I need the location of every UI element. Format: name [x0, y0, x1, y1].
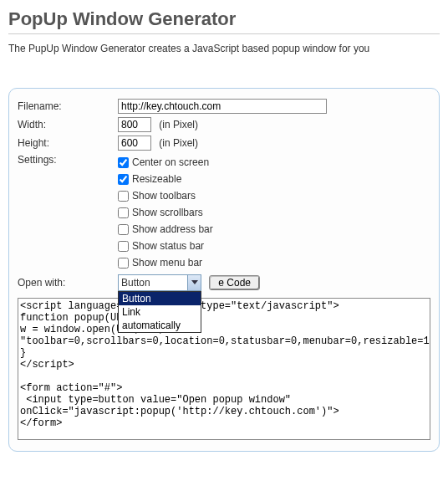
openwith-option-button[interactable]: Button: [119, 292, 201, 305]
checkbox-label: Show scrollbars: [132, 207, 203, 218]
checkbox-show-scrollbars[interactable]: [118, 207, 129, 218]
page-intro: The PupUp Window Generator creates a Jav…: [8, 43, 440, 54]
checkbox-show-address-bar[interactable]: [118, 224, 129, 235]
height-label: Height:: [18, 137, 118, 149]
width-label: Width:: [18, 119, 118, 130]
openwith-selected-text: Button: [121, 277, 150, 289]
checkbox-label: Show status bar: [132, 240, 204, 252]
code-output[interactable]: [18, 298, 430, 440]
openwith-label: Open with:: [18, 277, 118, 289]
checkbox-label: Center on screen: [132, 156, 209, 168]
checkbox-show-menu-bar[interactable]: [118, 258, 129, 269]
svg-marker-0: [191, 280, 198, 284]
checkbox-label: Show toolbars: [132, 190, 196, 202]
checkbox-center-on-screen[interactable]: [118, 157, 129, 168]
chevron-down-icon: [187, 275, 201, 290]
openwith-select[interactable]: Button: [118, 274, 201, 291]
filename-input[interactable]: [118, 99, 327, 114]
openwith-option-automatically[interactable]: automatically: [119, 319, 201, 332]
page-title: PopUp Window Generator: [8, 8, 440, 34]
settings-group: Center on screen Resizeable Show toolbar…: [118, 154, 430, 271]
width-hint: (in Pixel): [159, 119, 198, 130]
checkbox-label: Resizeable: [132, 173, 181, 185]
checkbox-show-toolbars[interactable]: [118, 191, 129, 202]
openwith-dropdown: Button Link automatically: [118, 291, 201, 333]
width-input[interactable]: [118, 117, 151, 132]
height-input[interactable]: [118, 136, 151, 151]
generate-code-button[interactable]: e Code: [209, 275, 260, 290]
checkbox-label: Show address bar: [132, 223, 213, 235]
filename-label: Filename:: [18, 100, 118, 112]
openwith-option-link[interactable]: Link: [119, 305, 201, 319]
checkbox-resizeable[interactable]: [118, 174, 129, 185]
settings-label: Settings:: [18, 154, 118, 166]
checkbox-label: Show menu bar: [132, 257, 202, 269]
generator-panel: Filename: Width: (in Pixel) Height: (in …: [8, 88, 440, 452]
checkbox-show-status-bar[interactable]: [118, 241, 129, 252]
height-hint: (in Pixel): [159, 137, 198, 149]
